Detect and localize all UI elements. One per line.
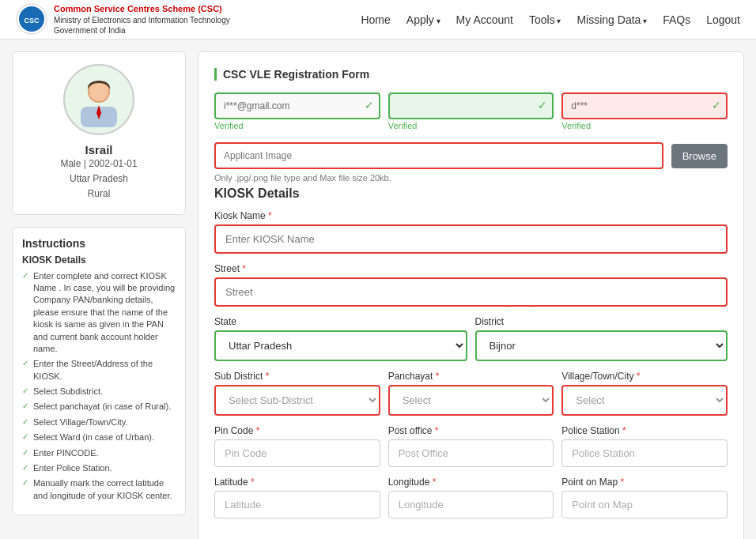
navbar-nav: Home Apply My Account Tools Missing Data… xyxy=(361,9,740,30)
panchayat-label: Panchayat * xyxy=(388,371,554,382)
form-title: CSC VLE Registration Form xyxy=(214,68,728,81)
sidebar: Israil Male | 2002-01-01 Uttar Pradesh R… xyxy=(12,51,186,539)
brand-subtitle2: Government of India xyxy=(54,25,230,36)
instruction-item: Select panchayat (in case of Rural). xyxy=(22,401,176,413)
pin-code-input[interactable] xyxy=(214,439,380,467)
nav-faqs[interactable]: FAQs xyxy=(663,9,690,30)
instructions-title: Instructions xyxy=(22,237,176,250)
form-container: CSC VLE Registration Form ✓ Verified ✓ V… xyxy=(198,51,744,539)
nav-my-account[interactable]: My Account xyxy=(456,9,513,30)
profile-state: Uttar Pradesh xyxy=(70,173,128,184)
kiosk-name-group: Kiosk Name * xyxy=(214,210,728,254)
phone-verified-label: Verified xyxy=(388,121,554,130)
avatar-image xyxy=(71,72,127,127)
avatar xyxy=(63,64,134,135)
svg-text:CSC: CSC xyxy=(24,17,40,24)
kiosk-section-title: KIOSK Details xyxy=(214,187,728,201)
village-label: Village/Town/City * xyxy=(561,371,728,382)
police-station-col: Police Station * xyxy=(561,425,728,467)
kiosk-name-input[interactable] xyxy=(214,224,728,254)
longitude-input[interactable] xyxy=(388,491,554,518)
profile-name: Israil xyxy=(25,143,173,156)
brand-subtitle1: Ministry of Electronics and Information … xyxy=(54,15,230,25)
pin-post-police-row: Pin Code * Post office * Police Station … xyxy=(214,425,728,467)
check-icon-3: ✓ xyxy=(712,99,721,111)
sub-district-col: Sub District * Select Sub-District xyxy=(214,371,380,416)
main-container: Israil Male | 2002-01-01 Uttar Pradesh R… xyxy=(0,40,756,539)
brand-title: Common Service Centres Scheme (CSC) xyxy=(54,3,230,14)
instruction-item: Select Village/Town/City. xyxy=(22,416,176,428)
uid-input[interactable] xyxy=(561,92,728,119)
street-input[interactable] xyxy=(214,277,728,307)
navbar: CSC Common Service Centres Scheme (CSC) … xyxy=(0,0,756,40)
state-select[interactable]: Uttar Pradesh xyxy=(214,330,467,361)
post-office-label: Post office * xyxy=(388,425,554,436)
state-district-row: State Uttar Pradesh District Bijnor xyxy=(214,316,728,361)
instructions-subtitle: KIOSK Details xyxy=(22,254,176,266)
longitude-label: Longitude * xyxy=(388,477,554,488)
instruction-item: Enter the Street/Address of the KIOSK. xyxy=(22,358,176,383)
district-col: District Bijnor xyxy=(475,316,728,361)
email-verified-field: ✓ Verified xyxy=(214,92,380,130)
district-label: District xyxy=(475,316,728,327)
latitude-input[interactable] xyxy=(214,491,380,518)
lat-lng-map-row: Latitude * Longitude * Point on Map * xyxy=(214,477,728,518)
longitude-col: Longitude * xyxy=(388,477,554,518)
nav-missing-data[interactable]: Missing Data xyxy=(576,9,647,30)
sub-panchayat-village-row: Sub District * Select Sub-District Panch… xyxy=(214,371,728,416)
instruction-item: Manually mark the correct latitude and l… xyxy=(22,477,176,502)
browse-button[interactable]: Browse xyxy=(671,144,728,168)
email-verified-label: Verified xyxy=(214,121,380,130)
state-label: State xyxy=(214,316,467,327)
post-office-input[interactable] xyxy=(388,439,554,467)
panchayat-select[interactable]: Select xyxy=(388,385,554,416)
profile-dob: 2002-01-01 xyxy=(89,158,137,169)
csc-logo-icon: CSC xyxy=(16,3,47,35)
phone-verified-field: ✓ Verified xyxy=(388,92,554,130)
nav-home[interactable]: Home xyxy=(361,9,390,30)
profile-gender: Male xyxy=(60,158,81,169)
navbar-brand: CSC Common Service Centres Scheme (CSC) … xyxy=(16,3,230,35)
profile-details: Male | 2002-01-01 Uttar Pradesh Rural xyxy=(25,156,173,202)
police-station-label: Police Station * xyxy=(561,425,728,436)
instructions-card: Instructions KIOSK Details Enter complet… xyxy=(12,227,186,516)
police-station-input[interactable] xyxy=(561,439,728,467)
nav-logout[interactable]: Logout xyxy=(706,9,740,30)
village-col: Village/Town/City * Select xyxy=(561,371,728,416)
post-office-col: Post office * xyxy=(388,425,554,467)
profile-card: Israil Male | 2002-01-01 Uttar Pradesh R… xyxy=(12,51,186,215)
instruction-item: Enter Police Station. xyxy=(22,462,176,474)
applicant-image-input[interactable] xyxy=(214,142,663,169)
phone-input[interactable] xyxy=(388,92,554,119)
street-group: Street * xyxy=(214,263,728,307)
sub-district-select[interactable]: Select Sub-District xyxy=(214,385,380,416)
point-on-map-label: Point on Map * xyxy=(561,477,728,488)
uid-verified-label: Verified xyxy=(561,121,728,130)
instruction-item: Select Subdistrict. xyxy=(22,386,176,398)
instruction-item: Select Ward (in case of Urban). xyxy=(22,432,176,443)
instructions-list: Enter complete and correct KIOSK Name . … xyxy=(22,270,176,503)
pin-code-col: Pin Code * xyxy=(214,425,380,467)
street-label: Street * xyxy=(214,263,728,274)
instruction-item: Enter PINCODE. xyxy=(22,447,176,459)
point-on-map-input[interactable] xyxy=(561,491,728,518)
image-hint: Only .jpg/.png file type and Max file si… xyxy=(214,173,728,183)
pin-code-label: Pin Code * xyxy=(214,425,380,436)
latitude-col: Latitude * xyxy=(214,477,380,518)
verified-row: ✓ Verified ✓ Verified ✓ Verified xyxy=(214,92,728,130)
kiosk-name-label: Kiosk Name * xyxy=(214,210,728,221)
image-upload-row: Browse xyxy=(214,142,728,169)
nav-tools[interactable]: Tools xyxy=(529,9,561,30)
profile-area: Rural xyxy=(88,188,111,199)
instruction-item: Enter complete and correct KIOSK Name . … xyxy=(22,270,176,356)
email-input[interactable] xyxy=(214,92,380,119)
check-icon-2: ✓ xyxy=(538,99,547,111)
state-col: State Uttar Pradesh xyxy=(214,316,467,361)
uid-verified-field: ✓ Verified xyxy=(561,92,728,130)
svg-point-6 xyxy=(89,82,108,101)
point-on-map-col: Point on Map * xyxy=(561,477,728,518)
nav-apply[interactable]: Apply xyxy=(406,9,440,30)
village-select[interactable]: Select xyxy=(561,385,728,416)
district-select[interactable]: Bijnor xyxy=(475,330,728,361)
latitude-label: Latitude * xyxy=(214,477,380,488)
